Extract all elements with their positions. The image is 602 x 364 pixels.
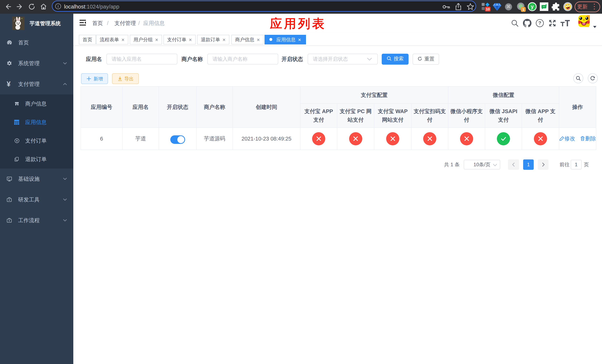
svg-text:¥: ¥ xyxy=(16,139,18,142)
svg-text:10: 10 xyxy=(486,7,490,11)
svg-text:⌘: ⌘ xyxy=(506,4,511,9)
svg-text:?: ? xyxy=(538,20,541,26)
svg-text:y: y xyxy=(531,4,534,10)
svg-text:1: 1 xyxy=(522,8,525,11)
